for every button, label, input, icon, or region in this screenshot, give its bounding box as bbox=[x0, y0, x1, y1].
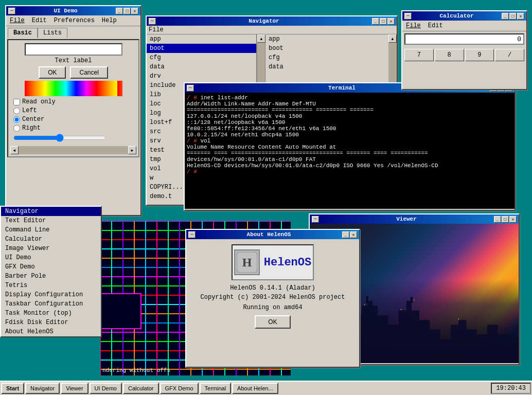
menu-item-navigator[interactable]: Navigator bbox=[1, 207, 101, 216]
text-label: Text label bbox=[10, 57, 136, 64]
calc-menu-file[interactable]: File bbox=[404, 22, 422, 30]
cancel-button[interactable]: Cancel bbox=[70, 66, 108, 79]
read-only-row: Read only bbox=[13, 98, 133, 105]
calc-close[interactable]: ✕ bbox=[517, 13, 524, 20]
nav-right-item[interactable]: boot bbox=[265, 44, 388, 53]
text-input[interactable] bbox=[25, 43, 122, 56]
viewer-system-btn[interactable]: ─ bbox=[312, 216, 319, 223]
hscroll-track[interactable] bbox=[19, 146, 128, 154]
about-ok-button[interactable]: OK bbox=[255, 315, 290, 329]
about-system-btn[interactable]: ─ bbox=[188, 231, 196, 238]
menu-edit[interactable]: Edit bbox=[30, 16, 48, 25]
h-logo-svg: H bbox=[237, 252, 257, 273]
menu-item-about[interactable]: About HelenOS bbox=[1, 327, 101, 336]
ui-demo-close[interactable]: ✕ bbox=[131, 8, 138, 14]
scroll-right-btn[interactable]: ► bbox=[128, 146, 136, 154]
center-radio[interactable] bbox=[13, 116, 20, 123]
nav-left-scroll-up[interactable]: ▲ bbox=[257, 34, 265, 43]
menu-item-command-line[interactable]: Command Line bbox=[1, 225, 101, 235]
taskbar-terminal[interactable]: Terminal bbox=[200, 383, 232, 394]
terminal-system-btn[interactable]: ─ bbox=[187, 85, 194, 92]
menu-item-task-monitor[interactable]: Task Monitor (top) bbox=[1, 309, 101, 318]
read-only-label: Read only bbox=[22, 98, 56, 105]
tab-basic[interactable]: Basic bbox=[8, 28, 38, 38]
helenos-logo-text: HelenOS bbox=[264, 256, 311, 269]
terminal-content[interactable]: / # inet list-addrAddr/Width Link-Name A… bbox=[185, 93, 515, 209]
right-radio[interactable] bbox=[13, 125, 20, 132]
center-radio-row: Center bbox=[13, 116, 133, 123]
menu-item-ui-demo[interactable]: UI Demo bbox=[1, 253, 101, 262]
start-button[interactable]: Start bbox=[1, 383, 24, 394]
calc-system-btn[interactable]: ─ bbox=[404, 13, 412, 20]
nav-right-item[interactable]: cfg bbox=[265, 53, 388, 62]
tab-lists[interactable]: Lists bbox=[38, 28, 67, 38]
calc-maximize[interactable]: □ bbox=[509, 13, 517, 20]
taskbar-viewer[interactable]: Viewer bbox=[61, 383, 88, 394]
menu-item-barber-pole[interactable]: Barber Pole bbox=[1, 272, 101, 281]
viewer-close[interactable]: ✕ bbox=[509, 216, 517, 223]
about-close[interactable]: ✕ bbox=[350, 231, 357, 238]
nav-left-item[interactable]: data bbox=[147, 62, 256, 71]
calc-minimize[interactable]: _ bbox=[502, 13, 509, 20]
menu-preferences[interactable]: Preferences bbox=[52, 16, 96, 25]
taskbar-ui-demo[interactable]: UI Demo bbox=[90, 383, 122, 394]
nav-left-item[interactable]: cfg bbox=[147, 53, 256, 62]
calc-display: 0 bbox=[404, 33, 524, 45]
ui-demo-window: ─ UI Demo _ □ ✕ File Edit Preferences He… bbox=[5, 5, 141, 216]
ok-button[interactable]: OK bbox=[39, 66, 66, 79]
ui-demo-minimize[interactable]: _ bbox=[116, 8, 123, 14]
viewer-maximize[interactable]: □ bbox=[502, 216, 509, 223]
scrollbar-row: ◄ ► bbox=[10, 146, 136, 154]
taskbar-about[interactable]: About Helen... bbox=[232, 383, 278, 394]
calc-menubar: File Edit bbox=[402, 21, 526, 31]
menu-file[interactable]: File bbox=[8, 16, 26, 25]
nav-right-item[interactable]: app bbox=[265, 34, 388, 44]
about-titlebar: ─ About HelenOS _ ✕ bbox=[186, 230, 359, 239]
taskbar-navigator[interactable]: Navigator bbox=[25, 383, 60, 394]
calc-btn-8[interactable]: 8 bbox=[435, 49, 464, 61]
menu-item-calculator[interactable]: Calculator bbox=[1, 235, 101, 244]
gradient-bar bbox=[25, 81, 122, 96]
slider[interactable] bbox=[13, 134, 106, 142]
about-content: H HelenOS HelenOS 0.14.1 (Aladar) Copyri… bbox=[186, 239, 359, 338]
taskbar-gfx-demo[interactable]: GFX Demo bbox=[160, 383, 199, 394]
menu-item-display-config[interactable]: Display Configuration bbox=[1, 290, 101, 299]
ui-demo-system-btn[interactable]: ─ bbox=[8, 8, 15, 14]
nav-left-item[interactable]: drv bbox=[147, 71, 256, 81]
ui-demo-titlebar: ─ UI Demo _ □ ✕ bbox=[6, 6, 140, 15]
calc-btn-9[interactable]: 9 bbox=[465, 49, 494, 61]
taskbar-calculator[interactable]: Calculator bbox=[123, 383, 159, 394]
ui-demo-controls: _ □ ✕ bbox=[116, 8, 138, 14]
left-radio[interactable] bbox=[13, 107, 20, 114]
calc-btn-7[interactable]: 7 bbox=[404, 49, 434, 61]
navigator-minimize[interactable]: _ bbox=[372, 18, 379, 25]
nav-menu-file[interactable]: File bbox=[149, 26, 164, 33]
calc-menu-edit[interactable]: Edit bbox=[427, 22, 445, 30]
svg-rect-2 bbox=[411, 297, 413, 302]
menu-item-tetris[interactable]: Tetris bbox=[1, 281, 101, 290]
viewer-minimize[interactable]: _ bbox=[494, 216, 501, 223]
navigator-system-btn[interactable]: ─ bbox=[149, 18, 156, 25]
menu-help[interactable]: Help bbox=[100, 16, 118, 25]
nav-left-item[interactable]: boot bbox=[147, 44, 256, 53]
calc-controls: _ □ ✕ bbox=[502, 13, 524, 20]
about-minimize[interactable]: _ bbox=[342, 231, 349, 238]
gfx-caption: ndering without offs bbox=[102, 367, 170, 373]
menu-item-taskbar-config[interactable]: Taskbar Configuration bbox=[1, 299, 101, 309]
nav-right-item[interactable]: data bbox=[265, 62, 388, 71]
menu-item-image-viewer[interactable]: Image Viewer bbox=[1, 244, 101, 253]
nav-left-item[interactable]: app bbox=[147, 34, 256, 44]
calculator-window: ─ Calculator _ □ ✕ File Edit 0 7 8 9 / bbox=[401, 10, 527, 90]
ui-demo-maximize[interactable]: □ bbox=[123, 8, 131, 14]
menu-item-fdisk[interactable]: Fdisk Disk Editor bbox=[1, 318, 101, 327]
calc-btn-div[interactable]: / bbox=[495, 49, 524, 61]
read-only-checkbox[interactable] bbox=[13, 99, 20, 105]
app-menu: Navigator Text Editor Command Line Calcu… bbox=[0, 206, 102, 337]
calc-buttons: 7 8 9 / bbox=[402, 47, 526, 63]
navigator-close[interactable]: ✕ bbox=[387, 18, 395, 25]
scroll-left-btn[interactable]: ◄ bbox=[10, 146, 19, 154]
menu-item-text-editor[interactable]: Text Editor bbox=[1, 216, 101, 225]
navigator-maximize[interactable]: □ bbox=[380, 18, 387, 25]
nav-right-scroll-up[interactable]: ▲ bbox=[388, 34, 397, 43]
menu-item-gfx-demo[interactable]: GFX Demo bbox=[1, 262, 101, 272]
